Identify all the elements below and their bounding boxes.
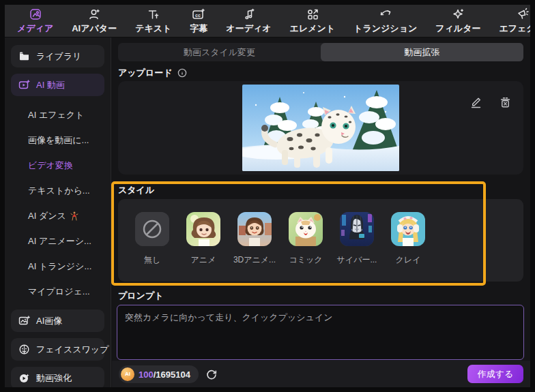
credits-used: 100: [139, 370, 154, 380]
nav-elements[interactable]: エレメント: [290, 7, 336, 35]
nav-label: フィルター: [435, 22, 480, 35]
sidebar-item-label: ライブラリ: [36, 50, 82, 63]
sidebar-subitem-ai-transition[interactable]: AI トランジシ...: [5, 254, 111, 279]
sidebar-subitem-image-to-video[interactable]: 画像を動画に...: [5, 127, 111, 153]
nav-filters[interactable]: フィルター: [435, 7, 480, 35]
none-thumbnail: [135, 212, 169, 246]
tab-video-expand[interactable]: 動画拡張: [321, 43, 523, 61]
style-option-clay[interactable]: クレイ: [391, 212, 425, 282]
nav-label: メディア: [17, 22, 53, 35]
refresh-icon: [205, 368, 218, 380]
sidebar-subitem-ai-animation[interactable]: AI アニメーシ...: [5, 228, 111, 254]
avatar-plus-icon: [87, 7, 101, 21]
sidebar-item-face-swap[interactable]: フェイススワップ: [11, 338, 104, 361]
app-window: メディア AIアバター テキスト cc 字幕 オーディオ エレメント トランジシ…: [5, 5, 530, 387]
nav-audio[interactable]: オーディオ: [226, 7, 271, 35]
sidebar-item-ai-image[interactable]: AI画像: [11, 310, 104, 332]
sidebar-item-library[interactable]: ライブラリ: [11, 45, 104, 67]
style-option-label: 無し: [144, 254, 160, 266]
sidebar: ライブラリ AI 動画 AI エフェクト 画像を動画に... ビデオ変換 テキス…: [5, 37, 111, 387]
style-option-label: 3Dアニメ...: [233, 254, 276, 266]
nav-label: テキスト: [135, 22, 171, 35]
pencil-icon: [469, 96, 482, 109]
tab-label: 動画スタイル変更: [184, 46, 255, 59]
tab-bar: 動画スタイル変更 動画拡張: [118, 43, 523, 61]
sidebar-subitem-label: AI アニメーシ...: [28, 235, 91, 247]
sidebar-item-label: フェイススワップ: [36, 344, 109, 356]
nav-subtitles[interactable]: cc 字幕: [190, 7, 207, 35]
sidebar-subitem-ai-dance[interactable]: AI ダンス: [5, 203, 111, 228]
tab-label: 動画拡張: [405, 46, 440, 59]
tab-video-style-change[interactable]: 動画スタイル変更: [118, 43, 321, 61]
main-panel: 動画スタイル変更 動画拡張 アップロード: [112, 37, 530, 387]
style-option-label: コミック: [289, 254, 322, 266]
style-option-label: アニメ: [191, 254, 216, 266]
sidebar-subitem-video-convert[interactable]: ビデオ変換: [5, 153, 111, 178]
comic-thumbnail: [289, 212, 323, 246]
sidebar-subitem-text-to[interactable]: テキストから...: [5, 178, 111, 203]
audio-note-icon: [242, 7, 255, 21]
face-swap-icon: [18, 344, 30, 355]
uploaded-image-snow-leopard: [242, 85, 399, 171]
nav-ai-avatar[interactable]: AIアバター: [72, 7, 117, 35]
transitions-icon: [379, 7, 392, 21]
elements-icon: [306, 7, 319, 21]
style-option-label: サイバー...: [337, 254, 377, 266]
nav-transitions[interactable]: トランジション: [353, 7, 417, 35]
nav-label: エフェクト: [499, 22, 530, 35]
ai-video-icon: [18, 79, 30, 91]
sidebar-subitem-ai-effects[interactable]: AI エフェクト: [5, 102, 111, 127]
filters-sparkle-icon: [451, 7, 465, 21]
style-option-cyber[interactable]: サイバー...: [340, 212, 374, 282]
edit-upload-button[interactable]: [469, 96, 482, 109]
sidebar-item-label: 動画強化: [36, 372, 72, 385]
sidebar-subitem-label: マイプロジェ...: [28, 286, 90, 298]
style-option-label: クレイ: [396, 254, 421, 266]
nav-text[interactable]: テキスト: [135, 7, 171, 35]
credits-total: /1695104: [154, 370, 190, 380]
sidebar-item-label: AI 動画: [36, 79, 65, 91]
prompt-section-title: プロンプト: [118, 290, 164, 302]
three-d-anime-thumbnail: [237, 212, 272, 246]
svg-text:cc: cc: [195, 12, 201, 17]
footer-bar: AI 100/1695104 作成する: [112, 361, 530, 387]
cyber-thumbnail: [340, 212, 374, 246]
style-option-none[interactable]: 無し: [135, 212, 169, 282]
nav-label: トランジション: [353, 22, 417, 35]
nav-label: 字幕: [190, 22, 207, 35]
sidebar-item-video-enhance[interactable]: 動画強化: [11, 367, 104, 387]
upload-title-text: アップロード: [118, 67, 173, 79]
refresh-credits-button[interactable]: [205, 368, 218, 380]
folder-icon: [18, 50, 30, 62]
prompt-title-text: プロンプト: [118, 290, 164, 302]
ai-image-icon: [18, 315, 30, 327]
sidebar-item-ai-video[interactable]: AI 動画: [11, 74, 104, 96]
sidebar-subitem-my-projects[interactable]: マイプロジェ...: [5, 279, 111, 304]
create-button[interactable]: 作成する: [467, 365, 523, 383]
upload-section-title: アップロード: [118, 67, 187, 79]
style-options-panel: 無し アニメ 3Dアニメ... コミック: [118, 199, 523, 282]
clay-thumbnail: [391, 212, 425, 246]
style-option-comic[interactable]: コミック: [289, 212, 323, 282]
dancer-icon: [70, 211, 78, 221]
media-icon: [29, 7, 42, 21]
style-title-text: スタイル: [118, 184, 154, 196]
top-navigation: メディア AIアバター テキスト cc 字幕 オーディオ エレメント トランジシ…: [5, 5, 530, 37]
style-option-3d-anime[interactable]: 3Dアニメ...: [237, 212, 272, 282]
sidebar-subitem-label: AI ダンス: [28, 210, 66, 222]
anime-thumbnail: [186, 212, 220, 246]
nav-effects[interactable]: エフェクト: [499, 7, 530, 35]
sidebar-subitem-label: ビデオ変換: [28, 160, 73, 172]
effects-funnel-icon: [515, 7, 529, 21]
info-icon[interactable]: [177, 68, 187, 78]
nav-label: エレメント: [290, 22, 336, 35]
nav-media[interactable]: メディア: [17, 7, 53, 35]
delete-upload-button[interactable]: [499, 96, 512, 109]
subtitles-icon: cc: [192, 7, 205, 21]
trash-x-icon: [499, 96, 512, 109]
sidebar-subitem-label: AI トランジシ...: [28, 260, 91, 273]
prompt-input[interactable]: 突然カメラに向かって走り、クイックプッシュイン: [117, 305, 524, 360]
coin-text: AI: [125, 371, 130, 377]
style-option-anime[interactable]: アニメ: [186, 212, 220, 282]
style-section-title: スタイル: [118, 184, 154, 196]
